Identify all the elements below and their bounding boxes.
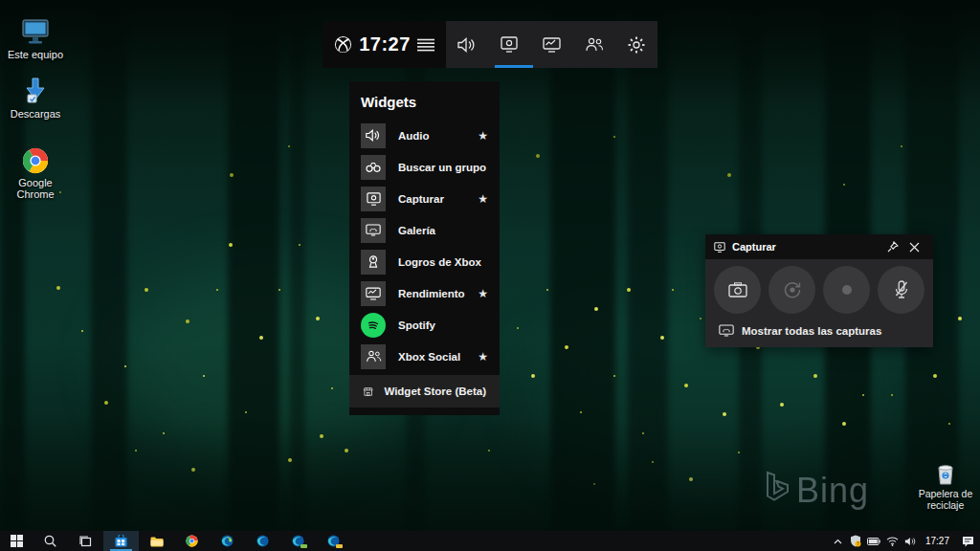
xbox-logo-icon[interactable] xyxy=(334,35,352,54)
widget-menu-icon[interactable] xyxy=(417,38,434,52)
tray-security-shield-icon[interactable]: ! xyxy=(847,531,865,551)
tray-volume-icon[interactable] xyxy=(902,531,920,551)
speaker-icon xyxy=(361,123,386,148)
desktop-icon-recycle-bin[interactable]: Papelera de reciclaje xyxy=(914,461,977,511)
chrome-icon xyxy=(186,535,198,547)
people-icon xyxy=(361,344,386,369)
bing-watermark: Bing xyxy=(764,471,869,511)
record-last-button[interactable] xyxy=(768,266,815,314)
widget-store-label: Widget Store (Beta) xyxy=(384,386,486,397)
taskbar-clock[interactable]: 17:27 xyxy=(920,536,955,546)
widget-menu-item-audio[interactable]: Audio ★ xyxy=(349,120,500,151)
gallery-icon xyxy=(719,324,734,337)
file-explorer-icon xyxy=(150,536,164,547)
beta-badge xyxy=(301,544,307,548)
game-bar-clock: 17:27 xyxy=(359,33,411,55)
action-center-icon[interactable] xyxy=(955,531,980,551)
microphone-button[interactable] xyxy=(878,266,924,314)
widgets-menu-title: Widgets xyxy=(349,81,500,120)
widget-menu-item-capture[interactable]: Capturar ★ xyxy=(349,183,500,214)
show-all-captures-label: Mostrar todas las capturas xyxy=(742,325,881,337)
chrome-icon xyxy=(0,143,71,174)
gamebar-capture-button[interactable] xyxy=(488,21,530,68)
tray-chevron-up-icon[interactable] xyxy=(829,531,847,551)
favorite-star-icon[interactable]: ★ xyxy=(475,129,488,143)
desktop-icon-label: Descargas xyxy=(0,108,71,120)
widget-item-label: Xbox Social xyxy=(398,351,475,363)
dev-badge xyxy=(336,544,343,548)
capture-widget-titlebar[interactable]: Capturar xyxy=(705,234,933,259)
widget-menu-item-spotify[interactable]: Spotify xyxy=(349,309,500,341)
game-bar: 17:27 xyxy=(323,21,657,68)
taskbar-app-file-explorer[interactable] xyxy=(139,531,174,551)
desktop-icon-downloads[interactable]: Descargas xyxy=(0,75,71,120)
task-view-icon xyxy=(79,536,93,547)
widget-store-item[interactable]: Widget Store (Beta) xyxy=(349,375,500,408)
taskbar-app-chrome[interactable] xyxy=(174,531,210,551)
desktop-icon-chrome[interactable]: Google Chrome xyxy=(0,143,71,200)
capture-buttons xyxy=(705,259,933,314)
gamebar-settings-button[interactable] xyxy=(615,21,657,68)
windows-logo-icon xyxy=(11,535,23,547)
capture-icon xyxy=(714,242,725,253)
gamebar-social-button[interactable] xyxy=(573,21,615,68)
microsoft-store-icon xyxy=(115,535,127,547)
favorite-star-icon[interactable]: ★ xyxy=(475,287,488,300)
trophy-icon xyxy=(361,250,386,275)
taskbar: ! 17: xyxy=(0,531,980,551)
record-button[interactable] xyxy=(823,266,870,314)
widget-item-label: Capturar xyxy=(398,193,475,205)
downloads-icon xyxy=(0,75,71,105)
taskbar-app-edge-beta[interactable] xyxy=(280,531,316,551)
widget-menu-item-xbox-social[interactable]: Xbox Social ★ xyxy=(349,341,500,372)
widget-item-label: Rendimiento xyxy=(398,288,475,299)
edge-icon xyxy=(256,535,269,547)
task-view-button[interactable] xyxy=(68,531,103,551)
recycle-bin-label: Papelera de reciclaje xyxy=(914,488,977,511)
taskbar-app-edge[interactable] xyxy=(210,531,245,551)
widget-item-label: Buscar un grupo xyxy=(398,162,486,173)
widget-item-label: Spotify xyxy=(398,320,475,331)
pin-icon xyxy=(887,241,899,253)
desktop-icon-label: Google Chrome xyxy=(0,177,71,200)
widget-menu-item-find-group[interactable]: Buscar un grupo xyxy=(349,151,500,183)
desktop-icon-label: Este equipo xyxy=(0,49,71,60)
favorite-star-icon[interactable]: ★ xyxy=(475,192,488,206)
start-button[interactable] xyxy=(0,531,33,551)
gamebar-audio-button[interactable] xyxy=(446,21,488,68)
active-widget-underline xyxy=(495,65,533,68)
recycle-bin-icon xyxy=(934,461,957,486)
microphone-muted-icon xyxy=(894,280,909,299)
widget-menu-item-achievements[interactable]: Logros de Xbox xyxy=(349,246,500,277)
taskbar-app-edge-dev[interactable] xyxy=(316,531,351,551)
taskbar-app-microsoft-store[interactable] xyxy=(103,531,139,551)
store-icon xyxy=(363,386,373,398)
taskbar-app-edge-2[interactable] xyxy=(245,531,280,551)
desktop-icon-this-pc[interactable]: Este equipo xyxy=(0,15,71,60)
camera-icon xyxy=(728,282,747,298)
capture-icon xyxy=(361,187,386,211)
gamebar-performance-button[interactable] xyxy=(530,21,572,68)
record-icon xyxy=(837,280,857,299)
widget-menu-item-performance[interactable]: Rendimiento ★ xyxy=(349,277,500,309)
widget-item-label: Audio xyxy=(398,130,475,142)
favorite-star-icon[interactable]: ★ xyxy=(475,350,488,364)
this-pc-icon xyxy=(0,15,71,46)
close-button[interactable] xyxy=(903,236,924,257)
tray-battery-icon[interactable] xyxy=(865,531,883,551)
widget-menu-item-gallery[interactable]: Galería xyxy=(349,214,500,246)
record-last-icon xyxy=(783,280,802,299)
game-bar-home: 17:27 xyxy=(323,21,446,68)
edge-icon xyxy=(221,535,234,547)
screenshot-button[interactable] xyxy=(714,266,761,314)
widget-item-label: Galería xyxy=(398,225,475,236)
search-icon xyxy=(44,535,56,547)
spotify-icon xyxy=(361,313,386,338)
pin-button[interactable] xyxy=(882,236,903,257)
tray-wifi-icon[interactable] xyxy=(883,531,902,551)
capture-widget: Capturar xyxy=(705,234,933,347)
show-all-captures-link[interactable]: Mostrar todas las capturas xyxy=(705,314,933,337)
widget-item-label: Logros de Xbox xyxy=(398,256,481,268)
close-icon xyxy=(909,242,920,253)
search-button[interactable] xyxy=(33,531,68,551)
